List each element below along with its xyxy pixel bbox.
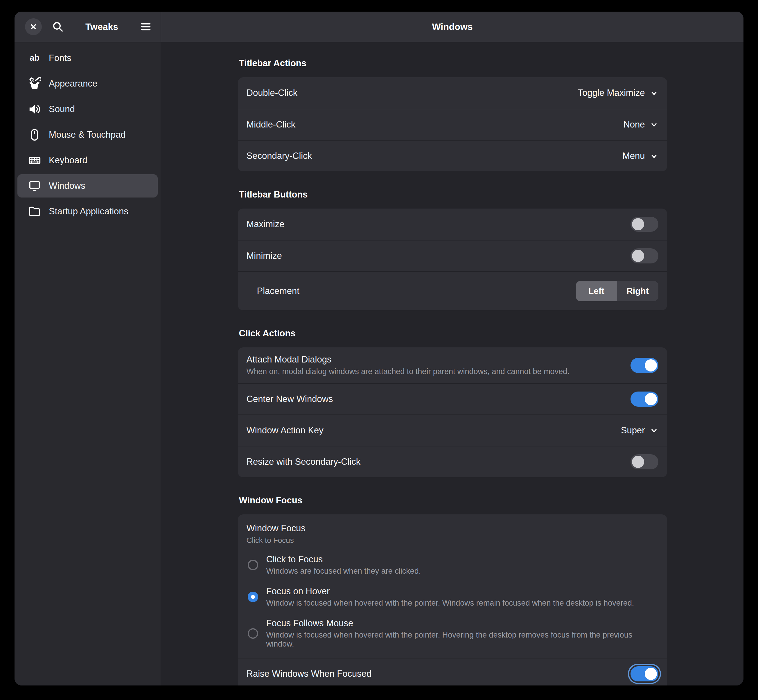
close-button[interactable]: [25, 18, 42, 35]
toggle-knob: [632, 218, 644, 230]
sidebar-item-label: Windows: [49, 181, 85, 191]
row-subtitle: When on, modal dialog windows are attach…: [247, 367, 569, 376]
row-label: Middle-Click: [247, 119, 295, 130]
radio-description: Windows are focused when they are clicke…: [266, 567, 421, 576]
radio-label: Click to Focus: [266, 554, 421, 565]
row-label: Minimize: [247, 251, 282, 261]
section-titlebar-buttons: Titlebar Buttons Maximize Minimize Place…: [238, 189, 667, 310]
raise-windows-when-focused-toggle[interactable]: [630, 666, 658, 681]
maximize-toggle[interactable]: [630, 217, 658, 232]
windows-icon: [28, 179, 41, 192]
row-secondary-click[interactable]: Secondary-Click Menu: [238, 140, 667, 171]
sound-icon: [28, 103, 41, 116]
titlebar-buttons-card: Maximize Minimize Placement Left Right: [238, 209, 667, 310]
page-title: Windows: [432, 22, 472, 32]
sidebar-item-label: Appearance: [49, 78, 97, 89]
minimize-toggle[interactable]: [630, 248, 658, 263]
svg-text:ab: ab: [30, 53, 39, 62]
dropdown-value: Menu: [622, 151, 645, 161]
menu-icon: [140, 22, 151, 32]
chevron-down-icon: [650, 152, 658, 160]
radio-selected-icon[interactable]: [248, 592, 258, 602]
window-focus-card-title: Window Focus: [247, 523, 658, 534]
dropdown-value: None: [623, 119, 645, 130]
click-actions-card: Attach Modal Dialogs When on, modal dial…: [238, 347, 667, 477]
row-label: Resize with Secondary-Click: [247, 456, 361, 467]
section-click-actions: Click Actions Attach Modal Dialogs When …: [238, 328, 667, 477]
row-resize-secondary-click: Resize with Secondary-Click: [238, 446, 667, 477]
placement-segmented-control: Left Right: [576, 281, 658, 301]
dropdown-value: Toggle Maximize: [578, 88, 645, 98]
resize-secondary-click-toggle[interactable]: [630, 454, 658, 469]
row-double-click[interactable]: Double-Click Toggle Maximize: [238, 77, 667, 109]
toggle-knob: [632, 456, 644, 468]
radio-label: Focus Follows Mouse: [266, 618, 658, 628]
row-placement: Placement Left Right: [238, 271, 667, 310]
mouse-icon: [28, 128, 41, 141]
window-focus-card: Window Focus Click to Focus Click to Foc…: [238, 514, 667, 686]
row-minimize: Minimize: [238, 240, 667, 271]
center-new-windows-toggle[interactable]: [630, 392, 658, 407]
close-icon: [29, 23, 38, 31]
row-label: Raise Windows When Focused: [247, 669, 372, 679]
sidebar-item-label: Startup Applications: [49, 206, 128, 217]
sidebar-item-startup-applications[interactable]: Startup Applications: [17, 200, 158, 223]
radio-unselected-icon[interactable]: [248, 560, 258, 570]
sidebar-title: Tweaks: [66, 22, 138, 32]
radio-row-focus-follows-mouse[interactable]: Focus Follows Mouse Window is focused wh…: [238, 613, 667, 654]
section-title: Click Actions: [239, 328, 667, 339]
sidebar-item-appearance[interactable]: Appearance: [17, 72, 158, 95]
sidebar-headerbar: Tweaks: [14, 12, 161, 42]
row-label: Maximize: [247, 219, 284, 230]
radio-row-focus-on-hover[interactable]: Focus on Hover Window is focused when ho…: [238, 581, 667, 613]
row-attach-modal-dialogs: Attach Modal Dialogs When on, modal dial…: [238, 347, 667, 383]
search-button[interactable]: [50, 19, 66, 34]
tweaks-window: Tweaks Windows ab Fonts: [14, 12, 744, 686]
titlebar-actions-card: Double-Click Toggle Maximize Middle-Clic…: [238, 77, 667, 171]
section-title: Titlebar Actions: [239, 58, 667, 69]
row-label: Center New Windows: [247, 394, 333, 404]
appearance-icon: [28, 77, 41, 90]
row-maximize: Maximize: [238, 209, 667, 240]
row-label: Secondary-Click: [247, 151, 312, 161]
dropdown-value: Super: [621, 425, 645, 436]
keyboard-icon: [28, 154, 41, 167]
search-icon: [52, 20, 64, 33]
row-raise-windows-when-focused: Raise Windows When Focused: [238, 658, 667, 686]
fonts-icon: ab: [28, 52, 41, 65]
chevron-down-icon: [650, 89, 658, 97]
sidebar-item-label: Keyboard: [49, 155, 88, 166]
sidebar-item-label: Mouse & Touchpad: [49, 130, 126, 140]
row-center-new-windows: Center New Windows: [238, 383, 667, 414]
attach-modal-dialogs-toggle[interactable]: [630, 358, 658, 373]
section-titlebar-actions: Titlebar Actions Double-Click Toggle Max…: [238, 58, 667, 171]
toggle-knob: [645, 668, 657, 680]
row-label: Attach Modal Dialogs: [247, 355, 569, 365]
content-headerbar: Windows: [161, 12, 744, 42]
sidebar-item-sound[interactable]: Sound: [17, 98, 158, 121]
section-window-focus: Window Focus Window Focus Click to Focus…: [238, 495, 667, 686]
windows-settings-panel: Titlebar Actions Double-Click Toggle Max…: [161, 42, 744, 686]
radio-description: Window is focused when hovered with the …: [266, 631, 658, 648]
sidebar-item-label: Sound: [49, 104, 75, 114]
placement-left-button[interactable]: Left: [576, 281, 617, 301]
row-label: Double-Click: [247, 88, 298, 98]
row-label: Placement: [247, 286, 299, 296]
placement-right-button[interactable]: Right: [617, 281, 658, 301]
chevron-down-icon: [650, 426, 658, 435]
radio-description: Window is focused when hovered with the …: [266, 598, 634, 608]
radio-row-click-to-focus[interactable]: Click to Focus Windows are focused when …: [238, 549, 667, 581]
sidebar-item-keyboard[interactable]: Keyboard: [17, 149, 158, 172]
menu-button[interactable]: [138, 19, 154, 34]
sidebar: ab Fonts Appearance: [14, 42, 161, 686]
sidebar-item-mouse-touchpad[interactable]: Mouse & Touchpad: [17, 123, 158, 146]
toggle-knob: [632, 250, 644, 262]
radio-unselected-icon[interactable]: [248, 628, 258, 639]
row-middle-click[interactable]: Middle-Click None: [238, 109, 667, 140]
sidebar-item-fonts[interactable]: ab Fonts: [17, 47, 158, 70]
toggle-knob: [645, 393, 657, 405]
sidebar-item-windows[interactable]: Windows: [17, 174, 158, 197]
row-window-action-key[interactable]: Window Action Key Super: [238, 414, 667, 446]
folder-icon: [28, 205, 41, 218]
window-focus-card-subtitle: Click to Focus: [247, 536, 658, 545]
